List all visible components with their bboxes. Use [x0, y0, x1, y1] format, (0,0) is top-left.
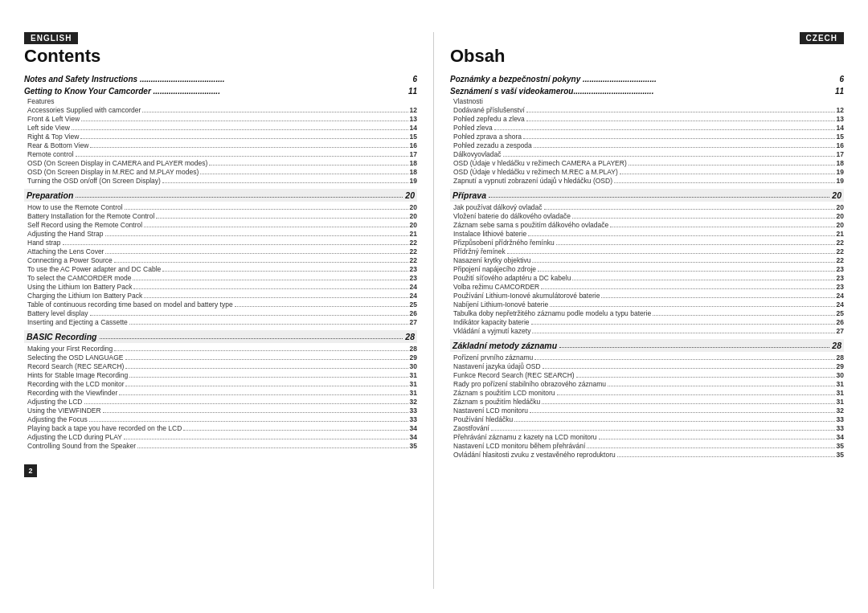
- toc-sub-entry: OSD (On Screen Display in M.REC and M.PL…: [24, 168, 417, 176]
- toc-sub-entry: Vložení baterie do dálkového ovladače20: [450, 212, 844, 220]
- toc-basic-subs: Making your First Recording28Selecting t…: [24, 345, 417, 450]
- toc-sub-entry: Features: [24, 97, 417, 105]
- toc-entry-poznamky: Poznámky a bezpečnostní pokyny .........…: [450, 75, 844, 84]
- toc-sub-entry: Left side View14: [24, 124, 417, 132]
- toc-sub-entry: Right & Top View15: [24, 133, 417, 141]
- toc-sub-entry: Vkládání a vyjmutí kazety27: [450, 327, 844, 335]
- toc-sub-entry: Connecting a Power Source22: [24, 256, 417, 264]
- toc-sub-entry: Vlastnosti: [450, 97, 844, 105]
- czech-badge: CZECH: [800, 32, 844, 44]
- toc-sub-entry: Making your First Recording28: [24, 345, 417, 353]
- toc-sub-entry: Používání Lithium-Ionové akumulátorové b…: [450, 292, 844, 300]
- english-badge: ENGLISH: [24, 32, 78, 44]
- toc-sub-entry: Používání hledáčku33: [450, 415, 844, 423]
- toc-sub-entry: Nasazení krytky objektivu22: [450, 256, 844, 264]
- page: ENGLISH Contents Notes and Safety Instru…: [0, 0, 868, 613]
- toc-sub-entry: Indikátor kapacity baterie26: [450, 318, 844, 326]
- toc-sub-entry: Rear & Bottom View16: [24, 141, 417, 149]
- toc-sub-entry: Front & Left View13: [24, 115, 417, 123]
- toc-sub-entry: Battery level display26: [24, 309, 417, 317]
- toc-section-priprava: Příprava 20: [450, 189, 844, 202]
- toc-sub-entry: Battery Installation for the Remote Cont…: [24, 212, 417, 220]
- toc-sub-entry: OSD (Údaje v hledáčku v režimech CAMERA …: [450, 159, 844, 167]
- toc-sub-entry: Remote control17: [24, 150, 417, 158]
- toc-section-preparation: Preparation 20: [24, 189, 417, 202]
- toc-sub-entry: Tabulka doby nepřetržitého záznamu podle…: [450, 309, 844, 317]
- toc-sub-entry: Nastavení LCD monitoru během přehrávání3…: [450, 442, 844, 450]
- toc-sub-entry: Selecting the OSD LANGUAGE29: [24, 353, 417, 362]
- toc-sub-entry: Self Record using the Remote Control20: [24, 221, 417, 229]
- toc-sub-entry: Table of continuous recording time based…: [24, 300, 417, 309]
- toc-section-basic: BASIC Recording 28: [24, 330, 417, 343]
- toc-prep-subs-cz: Jak používat dálkový ovladač20Vložení ba…: [450, 203, 844, 335]
- toc-basic-subs-cz: Pořízení prvního záznamu28Nastavení jazy…: [450, 353, 844, 459]
- toc-entry-notes: Notes and Safety Instructions ..........…: [24, 75, 417, 84]
- toc-sub-entry: Zaostřování33: [450, 424, 844, 432]
- toc-sub-entry: To use the AC Power adapter and DC Cable…: [24, 265, 417, 273]
- toc-sub-entry: Adjusting the Focus33: [24, 415, 417, 423]
- toc-sub-entry: Inserting and Ejecting a Cassette27: [24, 318, 417, 326]
- toc-sub-entry: How to use the Remote Control20: [24, 203, 417, 211]
- toc-prep-subs: How to use the Remote Control20Battery I…: [24, 203, 417, 326]
- toc-sub-entry: Přehrávání záznamu z kazety na LCD monit…: [450, 433, 844, 441]
- toc-sub-entry: Pohled zepředu a zleva13: [450, 115, 844, 123]
- toc-entry-seznameni: Seznámení s vaší videokamerou...........…: [450, 87, 844, 96]
- toc-sub-entry: Adjusting the LCD during PLAY34: [24, 433, 417, 441]
- toc-sub-entry: Záznam s použitím LCD monitoru31: [450, 389, 844, 397]
- page-number-badge: 2: [24, 464, 37, 477]
- toc-sub-entry: Recording with the Viewfinder31: [24, 389, 417, 397]
- english-column: ENGLISH Contents Notes and Safety Instru…: [24, 32, 434, 589]
- toc-sub-entry: Jak používat dálkový ovladač20: [450, 203, 844, 211]
- toc-sub-entry: Záznam s použitím hledáčku31: [450, 398, 844, 406]
- toc-sub-entry: Volba režimu CAMCORDER23: [450, 283, 844, 291]
- toc-sub-entry: Použití síťového adaptéru a DC kabelu23: [450, 274, 844, 282]
- toc-sub-entry: Using the VIEWFINDER33: [24, 407, 417, 415]
- toc-sub-entry: Funkce Record Search (REC SEARCH)30: [450, 371, 844, 379]
- toc-sub-entry: Controlling Sound from the Speaker35: [24, 442, 417, 450]
- toc-sub-entry: OSD (Údaje v hledáčku v režimech M.REC a…: [450, 168, 844, 176]
- toc-sub-entry: Nastavení LCD monitoru32: [450, 407, 844, 415]
- toc-sub-entry: Pohled zprava a shora15: [450, 133, 844, 141]
- toc-know-subs: FeaturesAccessories Supplied with camcor…: [24, 97, 417, 185]
- toc-sub-entry: Připojení napájecího zdroje23: [450, 265, 844, 273]
- toc-sub-entry: Charging the Lithium Ion Battery Pack24: [24, 292, 417, 300]
- czech-title: Obsah: [450, 46, 844, 67]
- toc-sub-entry: Pořízení prvního záznamu28: [450, 353, 844, 362]
- toc-sub-entry: Pohled zezadu a zespoda16: [450, 141, 844, 149]
- toc-entry-getting-to-know: Getting to Know Your Camcorder .........…: [24, 87, 417, 96]
- toc-sub-entry: Using the Lithium Ion Battery Pack24: [24, 283, 417, 291]
- toc-sub-entry: Adjusting the LCD32: [24, 398, 417, 406]
- toc-sub-entry: Hints for Stable Image Recording31: [24, 371, 417, 379]
- toc-sub-entry: Dodávané příslušenství12: [450, 106, 844, 114]
- toc-sub-entry: Ovládání hlasitosti zvuku z vestavěného …: [450, 451, 844, 459]
- toc-sub-entry: Záznam sebe sama s použitím dálkového ov…: [450, 221, 844, 229]
- toc-sub-entry: Playing back a tape you have recorded on…: [24, 424, 417, 432]
- toc-sub-entry: Zapnutí a vypnutí zobrazení údajů v hled…: [450, 177, 844, 185]
- toc-know-subs-cz: VlastnostiDodávané příslušenství12Pohled…: [450, 97, 844, 185]
- toc-sub-entry: Accessories Supplied with camcorder12: [24, 106, 417, 114]
- toc-sub-entry: Turning the OSD on/off (On Screen Displa…: [24, 177, 417, 185]
- toc-sub-entry: Přídržný řemínek22: [450, 247, 844, 255]
- toc-sub-entry: Attaching the Lens Cover22: [24, 247, 417, 255]
- toc-sub-entry: Rady pro pořízení stabilního obrazového …: [450, 380, 844, 388]
- toc-sub-entry: Adjusting the Hand Strap21: [24, 230, 417, 238]
- toc-sub-entry: Dálkovyovladač17: [450, 150, 844, 158]
- toc-sub-entry: Přizpůsobení přídržného řemínku22: [450, 239, 844, 247]
- toc-sub-entry: Pohled zleva14: [450, 124, 844, 132]
- czech-column: CZECH Obsah Poznámky a bezpečnostní poky…: [434, 32, 844, 589]
- english-title: Contents: [24, 46, 417, 67]
- toc-section-zakladni: Základní metody záznamu 28: [450, 339, 844, 352]
- toc-sub-entry: Recording with the LCD monitor31: [24, 380, 417, 388]
- toc-sub-entry: OSD (On Screen Display in CAMERA and PLA…: [24, 159, 417, 167]
- toc-sub-entry: Nastavení jazyka údajů OSD29: [450, 362, 844, 370]
- toc-sub-entry: Instalace lithiové baterie21: [450, 230, 844, 238]
- toc-sub-entry: Hand strap22: [24, 239, 417, 247]
- toc-sub-entry: To select the CAMCORDER mode23: [24, 274, 417, 282]
- toc-sub-entry: Nabíjení Lithium-Ionové baterie24: [450, 300, 844, 309]
- toc-sub-entry: Record Search (REC SEARCH)30: [24, 362, 417, 370]
